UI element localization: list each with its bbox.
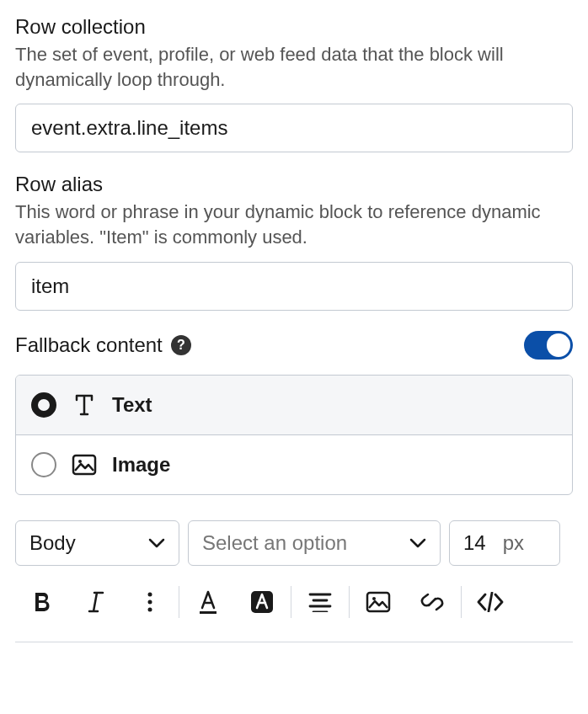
- row-alias-input[interactable]: [15, 262, 573, 311]
- fallback-header: Fallback content ?: [15, 331, 573, 360]
- row-alias-label: Row alias: [15, 173, 573, 196]
- highlight-color-button[interactable]: [235, 579, 289, 625]
- more-button[interactable]: [123, 579, 177, 625]
- fallback-label: Fallback content: [15, 333, 163, 357]
- text-color-button[interactable]: [181, 579, 235, 625]
- row-collection-label: Row collection: [15, 15, 573, 39]
- option-select[interactable]: Select an option: [188, 520, 441, 566]
- editor-area-top-border: [15, 642, 573, 642]
- svg-rect-7: [367, 593, 389, 611]
- text-icon: [72, 392, 97, 418]
- font-size-unit: px: [503, 531, 524, 555]
- svg-point-2: [148, 592, 152, 596]
- align-button[interactable]: [293, 579, 347, 625]
- separator: [179, 586, 179, 618]
- style-select-value: Body: [29, 531, 76, 555]
- row-collection-input[interactable]: [15, 104, 573, 152]
- svg-rect-5: [200, 611, 216, 614]
- text-toolbar-row2: [15, 579, 573, 625]
- row-collection-description: The set of event, profile, or web feed d…: [15, 42, 573, 92]
- row-collection-group: Row collection The set of event, profile…: [15, 15, 573, 152]
- radio-label: Text: [112, 393, 152, 417]
- help-icon[interactable]: ?: [171, 335, 191, 355]
- radio-label: Image: [112, 453, 170, 477]
- fallback-left: Fallback content ?: [15, 333, 191, 357]
- text-toolbar-row1: Body Select an option 14 px: [15, 520, 573, 566]
- option-select-placeholder: Select an option: [202, 531, 347, 555]
- radio-option-image[interactable]: Image: [16, 434, 572, 494]
- radio-indicator: [31, 452, 56, 477]
- chevron-down-icon: [148, 538, 165, 548]
- insert-image-button[interactable]: [351, 579, 405, 625]
- link-button[interactable]: [405, 579, 459, 625]
- separator: [291, 586, 291, 618]
- fallback-toggle[interactable]: [524, 331, 573, 360]
- font-size-input[interactable]: 14 px: [449, 520, 560, 566]
- svg-point-1: [78, 460, 82, 463]
- svg-rect-0: [73, 456, 95, 474]
- separator: [461, 586, 462, 618]
- radio-option-text[interactable]: Text: [16, 376, 572, 434]
- italic-button[interactable]: [69, 579, 123, 625]
- font-size-value: 14: [463, 531, 486, 555]
- svg-point-3: [148, 599, 152, 604]
- svg-point-8: [372, 597, 376, 600]
- bold-button[interactable]: [15, 579, 69, 625]
- code-button[interactable]: [463, 579, 517, 625]
- toggle-knob: [547, 333, 570, 357]
- separator: [349, 586, 350, 618]
- radio-indicator: [31, 392, 56, 418]
- image-icon: [72, 454, 97, 476]
- fallback-type-group: Text Image: [15, 375, 573, 495]
- row-alias-group: Row alias This word or phrase in your dy…: [15, 173, 573, 310]
- chevron-down-icon: [409, 538, 426, 548]
- style-select[interactable]: Body: [15, 520, 179, 566]
- row-alias-description: This word or phrase in your dynamic bloc…: [15, 200, 573, 249]
- svg-point-4: [148, 607, 152, 611]
